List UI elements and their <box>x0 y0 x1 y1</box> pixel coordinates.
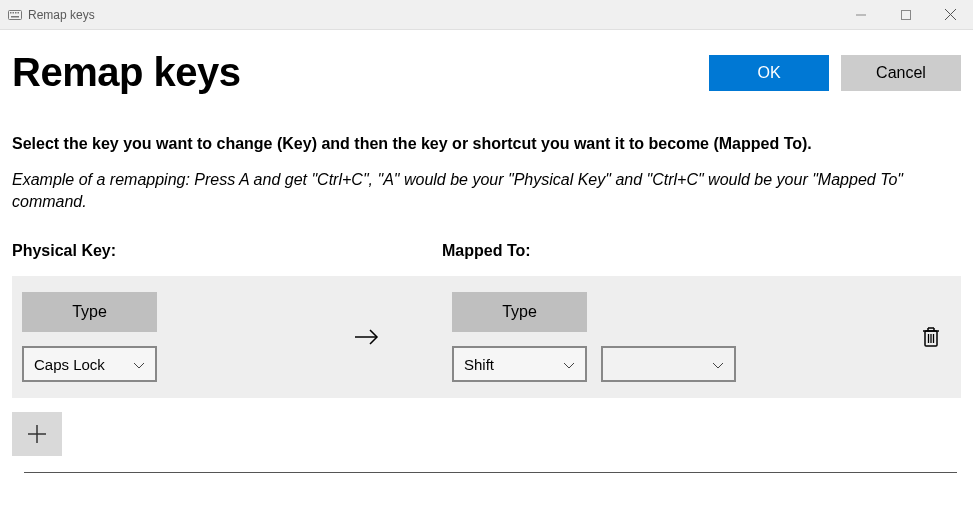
physical-type-button[interactable]: Type <box>22 292 157 332</box>
svg-rect-0 <box>9 10 22 19</box>
maximize-button[interactable] <box>883 0 928 30</box>
example-text: Example of a remapping: Press A and get … <box>12 169 961 212</box>
svg-rect-2 <box>13 12 15 14</box>
close-button[interactable] <box>928 0 973 30</box>
page-title: Remap keys <box>12 50 240 95</box>
physical-key-block: Type Caps Lock <box>22 292 282 382</box>
mapped-key-value-1: Shift <box>464 356 494 373</box>
titlebar: Remap keys <box>0 0 973 30</box>
mapped-key-select-1[interactable]: Shift <box>452 346 587 382</box>
column-headers: Physical Key: Mapped To: <box>12 242 961 260</box>
mapping-row: Type Caps Lock Type Shift <box>12 276 961 398</box>
mapped-type-button[interactable]: Type <box>452 292 587 332</box>
keyboard-icon <box>8 10 22 20</box>
chevron-down-icon <box>133 356 145 373</box>
header: Remap keys OK Cancel <box>0 30 973 95</box>
physical-key-header: Physical Key: <box>12 242 442 260</box>
svg-rect-1 <box>10 12 12 14</box>
mapped-key-select-2[interactable] <box>601 346 736 382</box>
window-title: Remap keys <box>28 8 95 22</box>
cancel-button[interactable]: Cancel <box>841 55 961 91</box>
window-controls <box>838 0 973 30</box>
instruction-text: Select the key you want to change (Key) … <box>12 135 961 153</box>
mapped-to-header: Mapped To: <box>442 242 961 260</box>
physical-key-select[interactable]: Caps Lock <box>22 346 157 382</box>
mapped-selects: Shift <box>452 346 736 382</box>
content: Select the key you want to change (Key) … <box>0 95 973 398</box>
svg-rect-4 <box>18 12 20 14</box>
mapped-to-block: Type Shift <box>452 292 736 382</box>
svg-rect-3 <box>15 12 17 14</box>
trash-icon <box>921 326 941 348</box>
arrow-icon <box>282 327 452 347</box>
chevron-down-icon <box>563 356 575 373</box>
add-row <box>0 398 973 456</box>
delete-mapping-button[interactable] <box>921 326 951 348</box>
plus-icon <box>26 423 48 445</box>
physical-key-value: Caps Lock <box>34 356 105 373</box>
svg-rect-5 <box>11 16 19 18</box>
svg-rect-7 <box>901 10 910 19</box>
chevron-down-icon <box>712 356 724 373</box>
minimize-button[interactable] <box>838 0 883 30</box>
ok-button[interactable]: OK <box>709 55 829 91</box>
header-buttons: OK Cancel <box>709 55 961 91</box>
add-mapping-button[interactable] <box>12 412 62 456</box>
footer-divider <box>24 472 957 473</box>
